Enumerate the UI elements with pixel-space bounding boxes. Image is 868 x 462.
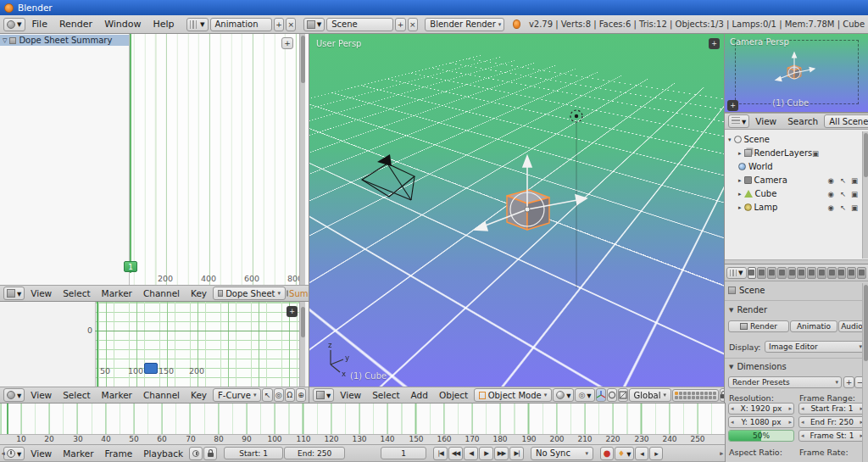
decrement-icon[interactable]: ◂ — [731, 405, 734, 412]
dope-sheet-scrollbar[interactable] — [299, 34, 305, 285]
outliner-scrollbar[interactable] — [862, 131, 868, 259]
close-scene-button[interactable]: × — [408, 18, 418, 31]
viewport-menu-select[interactable]: Select — [367, 389, 404, 401]
viewport-shading-button[interactable]: ▾ — [553, 388, 574, 402]
editor-type-button-graph[interactable]: ▾ — [3, 388, 25, 402]
region-collapse-button[interactable]: + — [727, 100, 738, 111]
keying-set-select[interactable]: ♦ ▾ — [615, 447, 634, 460]
add-scene-button[interactable]: + — [395, 18, 405, 31]
manipulator-scale-button[interactable] — [618, 388, 628, 402]
add-preset-button[interactable]: + — [843, 376, 854, 388]
menu-help[interactable]: Help — [148, 18, 180, 31]
collapse-channel-icon[interactable]: ▽ — [3, 37, 7, 44]
editor-type-button-info[interactable]: ▾ — [3, 18, 25, 31]
timeline-menu-frame[interactable]: Frame — [100, 448, 138, 459]
tab-object[interactable] — [787, 267, 797, 279]
render-button[interactable]: Render — [728, 320, 789, 332]
scene-browse-button[interactable]: ▾ — [303, 18, 326, 31]
visibility-icon[interactable]: ◉ — [828, 203, 834, 212]
editor-type-button-outliner[interactable]: ▾ — [728, 114, 749, 128]
timeline-grid[interactable] — [0, 404, 725, 434]
editor-type-button-dopesheet[interactable]: ▾ — [3, 287, 25, 300]
scrollbar-thumb[interactable] — [864, 285, 868, 361]
summary-toggle-label[interactable]: Summa — [289, 289, 309, 298]
tab-particles[interactable] — [847, 267, 856, 279]
delete-keyframe-button[interactable]: ▸ — [649, 447, 663, 460]
sync-mode-select[interactable]: No Sync ▾ — [531, 447, 593, 460]
outliner-row-cube[interactable]: ▸ Cube ◉ ↖ ▣ — [725, 187, 868, 200]
layer-selector[interactable] — [672, 389, 719, 402]
expand-icon[interactable]: ▸ — [738, 204, 742, 211]
increment-icon[interactable]: ▸ — [788, 419, 792, 426]
outliner-item-label[interactable]: World — [748, 162, 773, 171]
visibility-icon[interactable]: ◉ — [828, 176, 834, 185]
scrollbar-thumb[interactable] — [301, 36, 305, 83]
render-engine-select[interactable]: Blender Render ▾ — [425, 18, 504, 31]
graph-menu-select[interactable]: Select — [58, 389, 95, 401]
start-frame-field[interactable]: ◂ Start: 1 ▸ — [224, 447, 283, 459]
dopesheet-menu-channel[interactable]: Channel — [138, 287, 185, 299]
graph-menu-channel[interactable]: Channel — [138, 389, 185, 401]
outliner-row-camera[interactable]: ▸ Camera ◉ ↖ ▣ — [725, 174, 868, 186]
selectability-icon[interactable]: ↖ — [840, 203, 846, 212]
cursor-tool-button[interactable]: ↖ — [262, 388, 272, 402]
dope-sheet-grid[interactable] — [129, 34, 299, 285]
tab-texture[interactable] — [837, 267, 847, 279]
outliner-display-mode-select[interactable]: All Scenes ▾ — [824, 114, 868, 128]
renderability-icon[interactable]: ▣ — [851, 176, 858, 185]
summary-checkbox[interactable] — [287, 290, 288, 297]
tab-modifiers[interactable] — [807, 267, 816, 279]
scrollbar-thumb[interactable] — [864, 133, 868, 177]
graph-editor-scrollbar[interactable] — [299, 302, 305, 387]
decrement-icon[interactable]: ◂ — [801, 432, 804, 439]
outliner-item-label[interactable]: Scene — [744, 135, 771, 144]
add-screen-layout-button[interactable]: + — [274, 18, 284, 31]
editor-type-button-3dview[interactable]: ▾ — [313, 388, 334, 402]
decrement-icon[interactable]: ◂ — [801, 405, 804, 412]
outliner-item-label[interactable]: Cube — [755, 189, 777, 198]
graph-current-frame-line[interactable] — [97, 302, 98, 387]
region-collapse-button[interactable]: + — [709, 38, 720, 49]
auto-keyframe-button[interactable]: ● — [600, 447, 614, 460]
region-collapse-button[interactable]: + — [287, 306, 298, 317]
timeline-current-frame-line[interactable] — [7, 404, 8, 434]
visibility-icon[interactable]: ◉ — [828, 190, 834, 198]
camera-object[interactable] — [362, 164, 415, 200]
tab-material[interactable] — [827, 267, 837, 279]
current-frame-field[interactable]: ◂ 1 ▸ — [381, 447, 426, 459]
manipulator-translate-button[interactable] — [596, 388, 606, 402]
menu-window[interactable]: Window — [99, 18, 146, 31]
pivot-point-button[interactable]: ◎ — [274, 388, 284, 402]
renderability-icon[interactable]: ▣ — [812, 149, 819, 158]
previous-keyframe-button[interactable]: ◀◀ — [448, 447, 463, 460]
dopesheet-menu-select[interactable]: Select — [58, 287, 95, 299]
frame-end-field[interactable]: ◂ End Fr: 250 ▸ — [798, 416, 865, 428]
selectability-icon[interactable]: ↖ — [840, 176, 846, 185]
expand-icon[interactable]: ▾ — [728, 136, 732, 143]
outliner-item-label[interactable]: Lamp — [754, 203, 778, 212]
dopesheet-menu-marker[interactable]: Marker — [97, 287, 137, 299]
editor-type-button-timeline[interactable]: ▾ — [3, 447, 25, 460]
screen-layout-browse-button[interactable]: ▾ — [186, 18, 209, 31]
editor-type-button-properties[interactable]: ▾ — [726, 267, 747, 279]
play-button[interactable]: ▶ — [479, 447, 493, 460]
render-presets-select[interactable]: Render Presets ▾ — [728, 376, 842, 388]
tab-constraints[interactable] — [797, 267, 806, 279]
scrollbar-thumb[interactable] — [301, 307, 305, 337]
viewport-canvas[interactable]: User Persp z y x (1) Cube + — [309, 34, 725, 387]
jump-to-start-button[interactable]: |◀ — [433, 447, 448, 460]
outliner-row-scene[interactable]: ▾ Scene — [725, 133, 868, 146]
graph-menu-marker[interactable]: Marker — [97, 389, 137, 401]
outliner-row-world[interactable]: World — [725, 160, 868, 173]
render-panel-header[interactable]: ▼ Render — [729, 305, 767, 314]
jump-to-end-button[interactable]: ▶| — [509, 447, 524, 460]
outliner-menu-search[interactable]: Search — [782, 115, 823, 127]
tab-render[interactable] — [748, 267, 757, 279]
current-frame-badge[interactable]: 1 — [124, 261, 137, 272]
resolution-x-field[interactable]: ◂ X: 1920 px ▸ — [728, 403, 794, 415]
decrement-icon[interactable]: ◂ — [801, 419, 804, 426]
outliner-menu-view[interactable]: View — [750, 115, 782, 127]
dopesheet-menu-view[interactable]: View — [25, 287, 57, 299]
timeline-menu-view[interactable]: View — [25, 448, 57, 459]
transform-orientation-select[interactable]: Global ▾ — [629, 388, 671, 402]
